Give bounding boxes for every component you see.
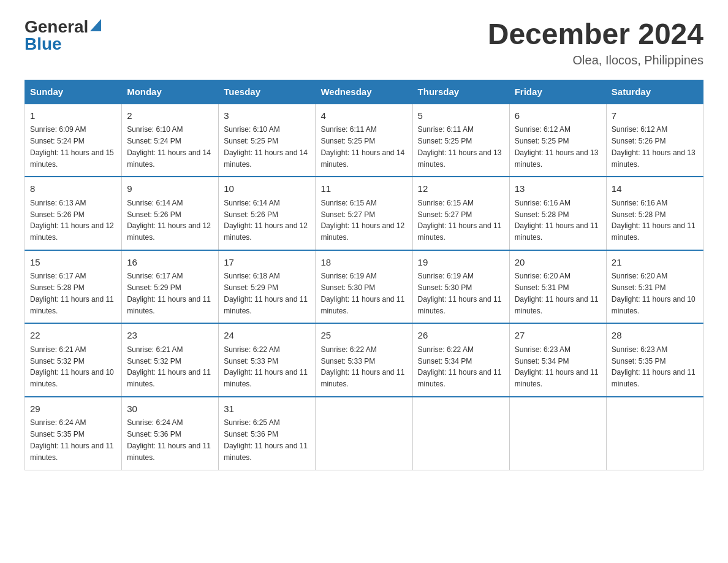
calendar-cell: 5Sunrise: 6:11 AMSunset: 5:25 PMDaylight… <box>412 104 509 177</box>
logo-text-general: General <box>25 18 88 36</box>
day-number: 28 <box>612 329 698 343</box>
calendar-cell: 21Sunrise: 6:20 AMSunset: 5:31 PMDayligh… <box>606 250 703 324</box>
day-number: 1 <box>30 109 116 123</box>
day-number: 18 <box>320 256 407 270</box>
day-number: 29 <box>30 402 116 416</box>
calendar-cell: 30Sunrise: 6:24 AMSunset: 5:36 PMDayligh… <box>122 397 219 470</box>
day-info: Sunrise: 6:12 AMSunset: 5:25 PMDaylight:… <box>515 125 599 168</box>
calendar-cell: 22Sunrise: 6:21 AMSunset: 5:32 PMDayligh… <box>25 323 122 397</box>
day-info: Sunrise: 6:09 AMSunset: 5:24 PMDaylight:… <box>30 125 114 168</box>
calendar-week-row: 29Sunrise: 6:24 AMSunset: 5:35 PMDayligh… <box>25 397 703 470</box>
calendar-cell <box>412 397 509 470</box>
calendar-cell: 31Sunrise: 6:25 AMSunset: 5:36 PMDayligh… <box>219 397 316 470</box>
calendar-cell: 6Sunrise: 6:12 AMSunset: 5:25 PMDaylight… <box>509 104 606 177</box>
day-info: Sunrise: 6:21 AMSunset: 5:32 PMDaylight:… <box>127 345 211 388</box>
svg-marker-0 <box>90 19 101 31</box>
day-info: Sunrise: 6:23 AMSunset: 5:34 PMDaylight:… <box>515 345 599 388</box>
day-number: 2 <box>127 109 213 123</box>
day-number: 25 <box>320 329 407 343</box>
day-info: Sunrise: 6:12 AMSunset: 5:26 PMDaylight:… <box>612 125 696 168</box>
day-number: 9 <box>127 182 213 196</box>
day-number: 19 <box>418 256 504 270</box>
header-row: Sunday Monday Tuesday Wednesday Thursday… <box>25 80 703 104</box>
calendar-cell: 15Sunrise: 6:17 AMSunset: 5:28 PMDayligh… <box>25 250 122 324</box>
day-info: Sunrise: 6:20 AMSunset: 5:31 PMDaylight:… <box>515 272 599 315</box>
calendar-cell: 14Sunrise: 6:16 AMSunset: 5:28 PMDayligh… <box>606 177 703 250</box>
calendar-cell: 26Sunrise: 6:22 AMSunset: 5:34 PMDayligh… <box>412 323 509 397</box>
day-info: Sunrise: 6:16 AMSunset: 5:28 PMDaylight:… <box>515 199 599 242</box>
calendar-cell: 24Sunrise: 6:22 AMSunset: 5:33 PMDayligh… <box>219 323 316 397</box>
calendar-cell: 8Sunrise: 6:13 AMSunset: 5:26 PMDaylight… <box>25 177 122 250</box>
calendar-cell: 28Sunrise: 6:23 AMSunset: 5:35 PMDayligh… <box>606 323 703 397</box>
calendar-cell: 18Sunrise: 6:19 AMSunset: 5:30 PMDayligh… <box>316 250 412 324</box>
day-number: 15 <box>30 256 116 270</box>
calendar-cell: 27Sunrise: 6:23 AMSunset: 5:34 PMDayligh… <box>509 323 606 397</box>
header-tuesday: Tuesday <box>219 80 316 104</box>
calendar-cell: 7Sunrise: 6:12 AMSunset: 5:26 PMDaylight… <box>606 104 703 177</box>
calendar-cell: 19Sunrise: 6:19 AMSunset: 5:30 PMDayligh… <box>412 250 509 324</box>
day-number: 7 <box>612 109 698 123</box>
calendar-cell <box>509 397 606 470</box>
day-number: 22 <box>30 329 116 343</box>
calendar-cell: 1Sunrise: 6:09 AMSunset: 5:24 PMDaylight… <box>25 104 122 177</box>
day-number: 27 <box>515 329 601 343</box>
day-number: 31 <box>224 402 310 416</box>
day-number: 3 <box>224 109 310 123</box>
day-info: Sunrise: 6:25 AMSunset: 5:36 PMDaylight:… <box>224 418 308 461</box>
header-thursday: Thursday <box>412 80 509 104</box>
calendar-week-row: 8Sunrise: 6:13 AMSunset: 5:26 PMDaylight… <box>25 177 703 250</box>
day-info: Sunrise: 6:10 AMSunset: 5:24 PMDaylight:… <box>127 125 211 168</box>
day-info: Sunrise: 6:11 AMSunset: 5:25 PMDaylight:… <box>320 125 404 168</box>
header-wednesday: Wednesday <box>316 80 412 104</box>
calendar-cell: 12Sunrise: 6:15 AMSunset: 5:27 PMDayligh… <box>412 177 509 250</box>
day-info: Sunrise: 6:17 AMSunset: 5:28 PMDaylight:… <box>30 272 114 315</box>
calendar-week-row: 22Sunrise: 6:21 AMSunset: 5:32 PMDayligh… <box>25 323 703 397</box>
month-title: December 2024 <box>488 18 703 51</box>
calendar-cell: 13Sunrise: 6:16 AMSunset: 5:28 PMDayligh… <box>509 177 606 250</box>
day-number: 20 <box>515 256 601 270</box>
day-number: 17 <box>224 256 310 270</box>
day-number: 21 <box>612 256 698 270</box>
calendar-cell: 4Sunrise: 6:11 AMSunset: 5:25 PMDaylight… <box>316 104 412 177</box>
day-info: Sunrise: 6:22 AMSunset: 5:34 PMDaylight:… <box>418 345 502 388</box>
title-section: December 2024 Olea, Ilocos, Philippines <box>488 18 703 67</box>
calendar-cell: 23Sunrise: 6:21 AMSunset: 5:32 PMDayligh… <box>122 323 219 397</box>
day-number: 30 <box>127 402 213 416</box>
day-info: Sunrise: 6:22 AMSunset: 5:33 PMDaylight:… <box>224 345 308 388</box>
logo-triangle-icon <box>90 19 101 31</box>
day-info: Sunrise: 6:24 AMSunset: 5:36 PMDaylight:… <box>127 418 211 461</box>
day-info: Sunrise: 6:18 AMSunset: 5:29 PMDaylight:… <box>224 272 308 315</box>
day-info: Sunrise: 6:10 AMSunset: 5:25 PMDaylight:… <box>224 125 308 168</box>
day-number: 14 <box>612 182 698 196</box>
day-number: 6 <box>515 109 601 123</box>
day-number: 16 <box>127 256 213 270</box>
logo-text-blue: Blue <box>25 34 62 53</box>
calendar-cell: 3Sunrise: 6:10 AMSunset: 5:25 PMDaylight… <box>219 104 316 177</box>
day-number: 23 <box>127 329 213 343</box>
day-info: Sunrise: 6:21 AMSunset: 5:32 PMDaylight:… <box>30 345 114 388</box>
day-info: Sunrise: 6:19 AMSunset: 5:30 PMDaylight:… <box>418 272 502 315</box>
page-header: General Blue December 2024 Olea, Ilocos,… <box>25 18 703 67</box>
day-info: Sunrise: 6:19 AMSunset: 5:30 PMDaylight:… <box>320 272 404 315</box>
calendar-cell <box>606 397 703 470</box>
day-info: Sunrise: 6:22 AMSunset: 5:33 PMDaylight:… <box>320 345 404 388</box>
calendar-week-row: 15Sunrise: 6:17 AMSunset: 5:28 PMDayligh… <box>25 250 703 324</box>
calendar-cell <box>316 397 412 470</box>
location-title: Olea, Ilocos, Philippines <box>488 53 703 67</box>
day-info: Sunrise: 6:16 AMSunset: 5:28 PMDaylight:… <box>612 199 696 242</box>
calendar-cell: 17Sunrise: 6:18 AMSunset: 5:29 PMDayligh… <box>219 250 316 324</box>
calendar-cell: 25Sunrise: 6:22 AMSunset: 5:33 PMDayligh… <box>316 323 412 397</box>
calendar-cell: 20Sunrise: 6:20 AMSunset: 5:31 PMDayligh… <box>509 250 606 324</box>
header-sunday: Sunday <box>25 80 122 104</box>
header-friday: Friday <box>509 80 606 104</box>
header-saturday: Saturday <box>606 80 703 104</box>
calendar-cell: 16Sunrise: 6:17 AMSunset: 5:29 PMDayligh… <box>122 250 219 324</box>
day-number: 5 <box>418 109 504 123</box>
calendar-cell: 29Sunrise: 6:24 AMSunset: 5:35 PMDayligh… <box>25 397 122 470</box>
calendar-body: 1Sunrise: 6:09 AMSunset: 5:24 PMDaylight… <box>25 104 703 470</box>
logo: General Blue <box>25 18 101 53</box>
day-info: Sunrise: 6:14 AMSunset: 5:26 PMDaylight:… <box>127 199 211 242</box>
day-number: 13 <box>515 182 601 196</box>
calendar-table: Sunday Monday Tuesday Wednesday Thursday… <box>25 80 703 471</box>
day-info: Sunrise: 6:15 AMSunset: 5:27 PMDaylight:… <box>418 199 502 242</box>
